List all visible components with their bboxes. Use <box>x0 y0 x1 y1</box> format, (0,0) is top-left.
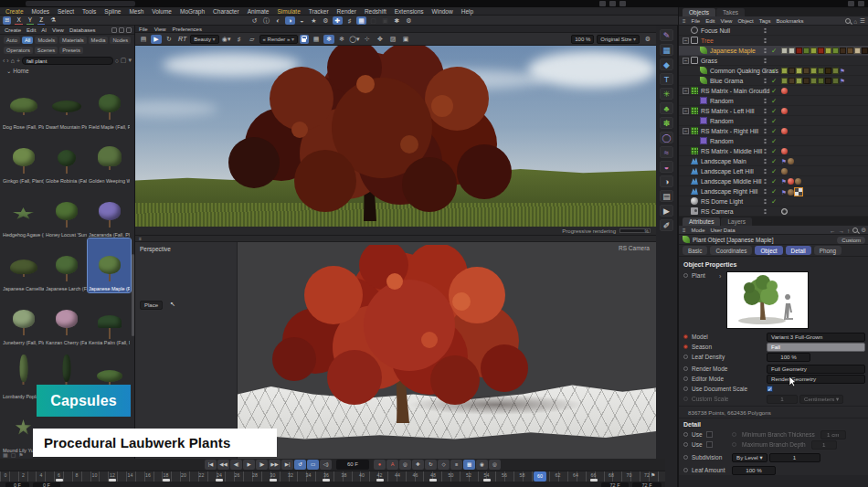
playhead[interactable]: 60 <box>534 471 546 482</box>
stage-icon[interactable]: ▶ <box>660 205 673 217</box>
material-tag[interactable] <box>788 158 794 164</box>
visibility-dots[interactable] <box>764 68 767 74</box>
plant-card-ginkgo-fall-plant[interactable]: Ginkgo (Fall, Plant) <box>2 131 45 185</box>
param-dot[interactable] <box>683 366 688 371</box>
search-icon[interactable] <box>845 18 851 24</box>
axis-x-button[interactable]: X <box>15 16 22 25</box>
menu-extensions[interactable]: Extensions <box>395 8 424 15</box>
tree-item-landscape-main[interactable]: Landscape Main✓⚑ <box>679 156 868 166</box>
render-picture-viewer-icon[interactable]: ◑ <box>285 16 295 25</box>
visibility-dots[interactable] <box>764 118 767 124</box>
snapshot2-icon[interactable]: ❄ <box>336 35 347 44</box>
material-swatch[interactable] <box>825 68 831 74</box>
matrix-icon[interactable]: ♣ <box>660 102 673 114</box>
camera-icon[interactable]: ▤ <box>660 190 673 202</box>
maximize-icon[interactable] <box>609 1 616 6</box>
max-branch-field[interactable]: 1 <box>811 440 837 450</box>
visibility-dots[interactable] <box>764 37 767 44</box>
tab-media[interactable]: Media <box>89 37 109 44</box>
pan-icon[interactable]: ✥ <box>375 35 386 44</box>
attr-gear-icon[interactable]: ⚙ <box>861 227 866 234</box>
visibility-dots[interactable] <box>764 108 767 114</box>
flag-icon[interactable]: ⚑ <box>18 451 23 458</box>
material-swatch[interactable] <box>781 68 788 74</box>
cube-icon[interactable]: ▦ <box>660 44 673 56</box>
menu-create[interactable]: Create <box>5 27 21 33</box>
enabled-check-icon[interactable]: ✓ <box>771 106 777 116</box>
rt-label[interactable]: RT <box>176 36 188 42</box>
param-dot[interactable] <box>683 455 688 460</box>
tab-scenes[interactable]: Scenes <box>35 47 58 54</box>
param-dot[interactable] <box>683 468 688 472</box>
tree-item-japanese-maple[interactable]: Japanese Maple✓⚑ <box>679 46 868 56</box>
model-dropdown[interactable]: Variant 3 Full-Grown <box>767 333 865 342</box>
modeling-axis-icon[interactable]: ▣ <box>380 16 390 25</box>
menu-bookmarks[interactable]: Bookmarks <box>776 18 803 24</box>
plant-card-golden-weeping-willo[interactable]: Golden Weeping Willo... <box>88 131 131 185</box>
menu-view[interactable]: View <box>52 27 64 33</box>
param-dot[interactable] <box>683 273 688 278</box>
home-icon[interactable]: ⌂ <box>853 18 857 25</box>
enabled-check-icon[interactable]: ✓ <box>771 166 777 176</box>
param-dot-red[interactable] <box>683 344 688 349</box>
environment-icon[interactable]: ◑ <box>660 175 673 187</box>
leaf-amount-field[interactable]: 100 % <box>732 466 776 475</box>
plant-card-hedgehog-agave-fall[interactable]: Hedgehog Agave (Fall... <box>2 185 45 238</box>
enabled-check-icon[interactable]: ✓ <box>771 176 777 186</box>
tree-item-random[interactable]: Random✓ <box>679 136 868 146</box>
grid-view-icon[interactable]: ▦ <box>3 451 8 458</box>
menu-edit[interactable]: Edit <box>26 27 36 33</box>
material-tag[interactable] <box>788 189 794 196</box>
info-icon[interactable]: ⓘ <box>261 16 271 25</box>
attr-tab-coordinates[interactable]: Coordinates <box>710 246 752 255</box>
keyframe-presets-button[interactable]: ◎ <box>399 460 411 470</box>
tab-takes[interactable]: Takes <box>716 8 745 16</box>
material-swatch[interactable] <box>789 68 795 74</box>
flag-tag-icon[interactable]: ⚑ <box>840 78 845 84</box>
refresh-icon[interactable]: ↻ <box>164 35 175 44</box>
menu-view[interactable]: View <box>721 18 733 24</box>
menu-help[interactable]: Help <box>461 8 473 15</box>
visibility-dots[interactable] <box>764 178 767 185</box>
material-swatch[interactable] <box>803 78 810 84</box>
menu-character[interactable]: Character <box>213 8 239 15</box>
visibility-dots[interactable] <box>764 208 767 215</box>
plant-card-field-maple-fall-plant[interactable]: Field Maple (Fall, Plant) <box>88 77 131 131</box>
material-swatch[interactable] <box>825 78 831 84</box>
param-dot[interactable] <box>683 397 688 401</box>
visibility-dots[interactable] <box>764 128 767 134</box>
material-swatch[interactable] <box>810 68 817 74</box>
prev-frame-button[interactable]: ◀| <box>230 460 242 470</box>
render-mode-dropdown[interactable]: Full Geometry <box>767 365 865 374</box>
material-swatch[interactable] <box>810 78 817 84</box>
leaf-density-field[interactable]: 100 % <box>767 353 810 362</box>
minimize-icon[interactable] <box>599 1 606 6</box>
dock-icon[interactable] <box>111 27 117 33</box>
tab-auto[interactable]: Auto <box>4 37 20 44</box>
tree-item-focus-null[interactable]: Focus Null <box>679 26 868 36</box>
tab-materials[interactable]: Materials <box>59 37 87 44</box>
menu-simulate[interactable]: Simulate <box>277 8 300 15</box>
enabled-check-icon[interactable]: ✓ <box>771 66 777 76</box>
asset-scrollbar[interactable] <box>132 254 134 336</box>
tree-item-tree[interactable]: −Tree <box>679 36 868 46</box>
material-swatch[interactable] <box>832 68 839 74</box>
render-settings-icon[interactable]: ◒ <box>297 16 307 25</box>
param-dot[interactable] <box>683 386 688 391</box>
editor-mode-dropdown[interactable]: Render Geometry <box>767 375 865 384</box>
menu-object[interactable]: Object <box>737 18 753 24</box>
attr-tab-object[interactable]: Object <box>755 246 782 255</box>
deformer-icon[interactable]: ◒ <box>660 161 673 173</box>
menu-mesh[interactable]: Mesh <box>129 8 143 15</box>
material-swatch[interactable] <box>796 48 802 54</box>
range-end-field[interactable]: 72 F <box>601 482 629 487</box>
menu-spline[interactable]: Spline <box>104 8 121 15</box>
collapse-icon[interactable]: − <box>683 37 689 44</box>
plant-card-kentia-palm-fall-plant[interactable]: Kentia Palm (Fall, Plant) <box>88 292 131 346</box>
flag-tag-icon[interactable]: ⚑ <box>840 68 845 74</box>
viewport-label[interactable]: Perspective <box>140 246 171 252</box>
tree-item-blue-grama[interactable]: Blue Grama✓⚑ <box>679 76 868 86</box>
start-ipr-icon[interactable]: ▶ <box>151 35 162 44</box>
tab-nodes[interactable]: Nodes <box>110 37 131 44</box>
menu-view[interactable]: View <box>154 26 166 32</box>
